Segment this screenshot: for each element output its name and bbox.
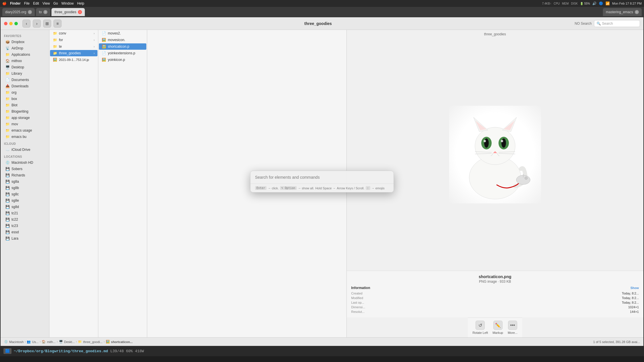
breadcrumb-desktop-label: Deskt... (64, 340, 75, 344)
search-input[interactable]: Search (602, 22, 637, 26)
sidebar-item-sg8d[interactable]: 💾 sg8d (2, 204, 48, 210)
hint-colon-key: : (366, 186, 370, 190)
sidebar-item-richards[interactable]: 💾 Richards (2, 172, 48, 178)
sidebar-item-downloads[interactable]: 📥 Downloads (2, 83, 48, 89)
sidebar-item-sg8a[interactable]: 💾 sg8a (2, 178, 48, 185)
sidebar-label-dropbox: Dropbox (12, 40, 24, 44)
maximize-button[interactable] (14, 22, 18, 25)
sidebar-item-emacs-usage[interactable]: 📁 emacs usage (2, 127, 48, 134)
breadcrumb-macintosh[interactable]: 💿 Macintosh (4, 340, 24, 344)
column-item-date-file[interactable]: 🖼️ 2021-09-1...753.14.jp (50, 57, 97, 63)
sidebar-item-emacs-bu[interactable]: 📁 emacs bu (2, 134, 48, 140)
tab-close-to[interactable]: × (43, 10, 47, 14)
sidebar-item-sobers[interactable]: 💾 Sobers (2, 166, 48, 172)
tab-to[interactable]: to × (36, 8, 50, 16)
sidebar-item-sg8c[interactable]: 💾 sg8c (2, 191, 48, 197)
sidebar-item-org[interactable]: 📁 org (2, 89, 48, 96)
svg-point-1 (475, 127, 515, 165)
blot-icon: 📁 (5, 103, 10, 107)
rotate-left-icon: ↺ (476, 321, 485, 330)
column-item-moves2[interactable]: 📄 moves2. (99, 30, 146, 36)
sidebar-item-tc21[interactable]: 💾 tc21 (2, 210, 48, 216)
sidebar-item-sg8e[interactable]: 💾 sg8e (2, 197, 48, 204)
shortcaticon-label: shortcaticon.p (108, 45, 129, 49)
help-menu[interactable]: Help (77, 1, 84, 5)
column-item-three-goodies[interactable]: 📁 three_goodies › (50, 50, 97, 56)
wifi-indicator[interactable]: 📶 (605, 1, 610, 5)
apple-menu[interactable]: 🍎 (2, 1, 7, 5)
sidebar-item-icloud-drive[interactable]: ☁️ iCloud Drive (2, 147, 48, 153)
sidebar-item-blot[interactable]: 📁 Blot (2, 102, 48, 108)
mem-indicator: MEM (562, 2, 569, 5)
breadcrumb-desktop[interactable]: 🖥️ Deskt... (59, 340, 75, 344)
sidebar-item-box[interactable]: 📁 box (2, 96, 48, 102)
column-item-movesicon[interactable]: 🖼️ movesicon. (99, 37, 146, 43)
markup-button[interactable]: ✏️ Markup (492, 321, 503, 334)
close-button[interactable] (4, 22, 7, 25)
file-menu[interactable]: File (24, 1, 30, 5)
sidebar-item-mov[interactable]: 📁 mov (2, 121, 48, 127)
go-menu[interactable]: Go (53, 1, 58, 5)
volume-indicator[interactable]: 🔊 (592, 1, 597, 5)
breadcrumb-users[interactable]: 👥 Us... (27, 340, 39, 344)
bluetooth-indicator[interactable]: 🔵 (599, 1, 603, 5)
sidebar-section-favorites: Favorites (1, 32, 49, 39)
sidebar-item-blogwriting[interactable]: 📁 Blogwriting (2, 108, 48, 115)
sidebar-item-dropbox[interactable]: 📦 Dropbox (2, 39, 48, 45)
datetime-display: Mon Feb 17 8:27 PM (612, 2, 642, 5)
sidebar-item-tc23[interactable]: 💾 tc23 (2, 223, 48, 229)
command-palette[interactable]: Enter → click. ⌥ Option → show all. Hold… (250, 171, 394, 192)
tab-close-diary[interactable]: × (28, 10, 32, 14)
column-item-te[interactable]: 📁 te › (50, 43, 97, 50)
sidebar-item-documents[interactable]: 📄 Documents (2, 77, 48, 83)
column-item-for[interactable]: 📁 for › (50, 37, 97, 43)
info-section-label: Information (351, 286, 370, 290)
tab-mastering-emacs[interactable]: mastering_emacs × (603, 8, 642, 16)
sidebar-item-lara[interactable]: 💾 Lara (2, 235, 48, 242)
column-item-conv[interactable]: 📁 conv › (50, 30, 97, 36)
tab-close-three-goodies[interactable]: × (78, 10, 82, 14)
back-button[interactable]: ‹ (22, 20, 30, 28)
info-row-modified: Modified Today, 8:2... (351, 296, 639, 300)
breadcrumb-mithoo[interactable]: 🏠 mith... (42, 340, 55, 344)
sidebar-item-essd[interactable]: 💾 essd (2, 229, 48, 235)
command-palette-input[interactable] (250, 171, 394, 184)
info-show-link[interactable]: Show (630, 286, 639, 290)
sidebar-item-desktop[interactable]: 🖥️ Desktop (2, 64, 48, 70)
dropbox-icon: 📦 (5, 40, 10, 44)
tab-diary[interactable]: diary2025.org × (2, 8, 35, 16)
column-item-shortcaticon[interactable]: 🖼️ shortcaticon.p (99, 43, 146, 50)
rotate-left-button[interactable]: ↺ Rotate Left (472, 321, 488, 334)
tab-close-mastering-emacs[interactable]: × (635, 10, 639, 14)
tab-three-goodies[interactable]: three_goodies × (51, 8, 85, 16)
sidebar-item-airdrop[interactable]: 📡 AirDrop (2, 45, 48, 51)
blogwriting-icon: 📁 (5, 109, 10, 114)
sidebar-item-sg8b[interactable]: 💾 sg8b (2, 185, 48, 191)
sidebar-item-app-storage[interactable]: 📁 app storage (2, 115, 48, 121)
preview-filename: shortcaticon.png (351, 274, 639, 279)
info-value-dimensions: 1024×1 (628, 305, 639, 309)
more-icon: ••• (508, 321, 517, 330)
more-button[interactable]: ••• More... (508, 321, 518, 334)
column-item-yoinkicon[interactable]: 🖼️ yoinkicon.p (99, 57, 146, 63)
finder-menu[interactable]: Finder (10, 1, 21, 5)
sidebar-item-library[interactable]: 📁 Library (2, 70, 48, 77)
search-box[interactable]: 🔍 Search (594, 20, 640, 27)
forward-button[interactable]: › (33, 20, 41, 28)
sidebar-item-macintosh-hd[interactable]: 💿 Macintosh HD (2, 159, 48, 166)
sidebar-item-mithoo[interactable]: 🏠 mithoo (2, 58, 48, 64)
view-menu[interactable]: View (43, 1, 50, 5)
minimize-button[interactable] (9, 22, 13, 25)
breadcrumb-sep-1: › (25, 340, 26, 343)
finder-window: ‹ › ⊞ ≡ three_goodies NO Search 🔍 Search… (1, 17, 643, 346)
column-item-yoinkextensions[interactable]: 📄 yoinkextensions.p (99, 50, 146, 56)
breadcrumb-shortcaticon[interactable]: 🖼️ shortcaticon... (106, 340, 133, 344)
sort-button[interactable]: ≡ (53, 20, 62, 28)
window-menu[interactable]: Window (62, 1, 74, 5)
edit-menu[interactable]: Edit (33, 1, 39, 5)
sidebar-item-applications[interactable]: 📁 Applications (2, 51, 48, 58)
sidebar-item-tc22[interactable]: 💾 tc22 (2, 216, 48, 223)
three-goodies-col-label: three_goodies (59, 51, 81, 55)
breadcrumb-three-goodies[interactable]: 📁 three_goodi... (78, 340, 102, 344)
view-toggle[interactable]: ⊞ (43, 20, 51, 28)
